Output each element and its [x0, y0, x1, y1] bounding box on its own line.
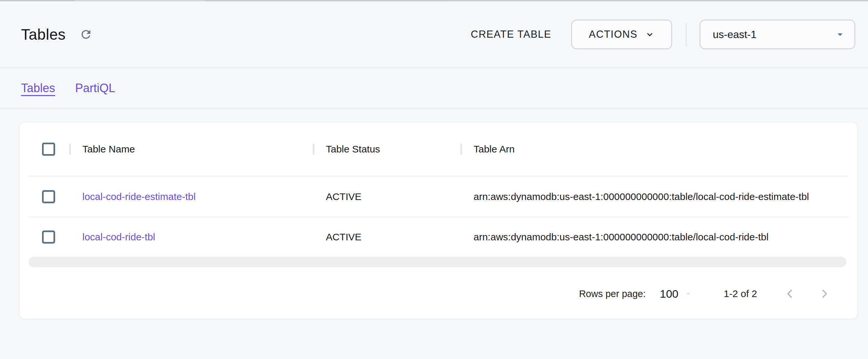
- page-header: Tables CREATE TABLE ACTIONS us-east: [0, 1, 868, 68]
- row-checkbox-cell: [28, 190, 69, 203]
- rows-per-page-select[interactable]: 100: [660, 288, 693, 300]
- rows-per-page-label: Rows per page:: [579, 289, 646, 299]
- region-select-value: us-east-1: [713, 29, 756, 41]
- column-header-table-name: Table Name: [69, 143, 313, 155]
- table-name-link[interactable]: local-cod-ride-tbl: [82, 231, 155, 242]
- table-row: local-cod-ride-estimate-tbl ACTIVE arn:a…: [28, 176, 849, 217]
- chevron-left-icon: [783, 287, 797, 301]
- column-header-table-status: Table Status: [313, 143, 460, 155]
- pagination-range-label: 1-2 of 2: [723, 288, 757, 299]
- pagination-bar: Rows per page: 100 1-2 of 2: [28, 272, 849, 315]
- tab-partiql[interactable]: PartiQL: [75, 81, 115, 95]
- tables-page: Tables CREATE TABLE ACTIONS us-east: [0, 0, 868, 359]
- tables-card: Table Name Table Status Table Arn local-…: [19, 122, 858, 319]
- table-arn-cell: arn:aws:dynamodb:us-east-1:000000000000:…: [460, 191, 849, 202]
- table-name-cell: local-cod-ride-tbl: [69, 231, 313, 242]
- refresh-icon: [80, 28, 93, 41]
- select-all-checkbox[interactable]: [42, 142, 55, 156]
- row-checkbox-cell: [28, 230, 69, 243]
- page-title: Tables: [21, 26, 66, 43]
- table-status-cell: ACTIVE: [313, 191, 460, 202]
- table-name-link[interactable]: local-cod-ride-estimate-tbl: [82, 191, 195, 202]
- table-status-cell: ACTIVE: [313, 231, 460, 242]
- next-page-button[interactable]: [816, 286, 832, 302]
- dropdown-arrow-icon: [684, 289, 693, 298]
- chevron-right-icon: [817, 287, 831, 301]
- chevron-down-icon: [645, 30, 655, 39]
- create-table-button[interactable]: CREATE TABLE: [466, 25, 556, 43]
- row-checkbox[interactable]: [42, 230, 55, 243]
- view-tabs: Tables PartiQL: [0, 68, 868, 108]
- table-name-cell: local-cod-ride-estimate-tbl: [69, 191, 313, 202]
- tab-tables[interactable]: Tables: [21, 81, 55, 95]
- table-row: local-cod-ride-tbl ACTIVE arn:aws:dynamo…: [28, 217, 849, 257]
- tables-table: Table Name Table Status Table Arn local-…: [28, 123, 849, 315]
- row-checkbox[interactable]: [42, 190, 55, 203]
- column-header-table-arn: Table Arn: [460, 143, 849, 155]
- actions-button-label: ACTIONS: [589, 29, 637, 40]
- table-arn-cell: arn:aws:dynamodb:us-east-1:000000000000:…: [460, 231, 849, 242]
- table-header-row: Table Name Table Status Table Arn: [28, 123, 849, 176]
- refresh-button[interactable]: [79, 27, 93, 42]
- select-all-cell: [28, 142, 69, 156]
- horizontal-scrollbar[interactable]: [29, 257, 846, 267]
- region-select[interactable]: us-east-1: [700, 20, 855, 49]
- header-actions-group: CREATE TABLE ACTIONS us-east-1: [466, 20, 855, 49]
- actions-dropdown-button[interactable]: ACTIONS: [571, 20, 672, 49]
- header-divider: [686, 23, 686, 46]
- rows-per-page-value: 100: [660, 288, 679, 300]
- previous-page-button[interactable]: [782, 286, 798, 302]
